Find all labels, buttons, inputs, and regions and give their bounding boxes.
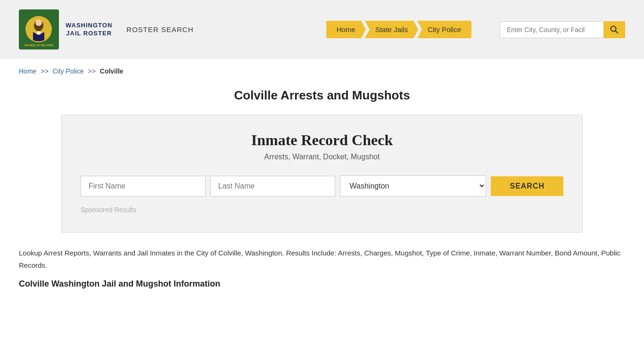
page-title: Colville Arrests and Mugshots [19, 88, 625, 103]
header-search-input[interactable] [500, 21, 603, 38]
nav-state-jails-button[interactable]: State Jails [365, 21, 418, 38]
svg-point-4 [35, 19, 42, 26]
svg-text:THE SEAL OF THE STATE: THE SEAL OF THE STATE [24, 44, 53, 47]
description-area: Lookup Arrest Reports, Warrants and Jail… [19, 247, 625, 291]
logo-image: THE SEAL OF THE STATE [19, 9, 59, 49]
breadcrumb-sep2: >> [88, 67, 96, 75]
nav-area: Home State Jails City Police [326, 21, 471, 38]
svg-line-8 [615, 31, 618, 33]
breadcrumb-city-police-link[interactable]: City Police [53, 67, 84, 75]
logo-text: WASHINGTON JAIL ROSTER [66, 22, 112, 38]
record-check-title: Inmate Record Check [81, 132, 563, 149]
last-name-input[interactable] [210, 176, 335, 197]
record-search-button[interactable]: SEARCH [491, 176, 563, 196]
section-heading: Colville Washington Jail and Mugshot Inf… [19, 277, 625, 291]
nav-city-police-button[interactable]: City Police [417, 21, 471, 38]
sponsored-label: Sponsored Results [81, 206, 563, 214]
site-header: THE SEAL OF THE STATE WASHINGTON JAIL RO… [0, 0, 644, 59]
record-check-subtitle: Arrests, Warrant, Docket, Mugshot [81, 153, 563, 161]
header-search-button[interactable] [603, 21, 625, 38]
breadcrumb: Home >> City Police >> Colville [0, 59, 644, 83]
breadcrumb-current: Colville [100, 67, 124, 75]
record-check-form: Washington Alabama Alaska Arizona Califo… [81, 175, 563, 197]
breadcrumb-home-link[interactable]: Home [19, 67, 36, 75]
record-check-box: Inmate Record Check Arrests, Warrant, Do… [61, 115, 583, 233]
header-search-area [500, 21, 625, 38]
breadcrumb-sep1: >> [41, 67, 48, 75]
first-name-input[interactable] [81, 176, 206, 197]
logo-link[interactable]: THE SEAL OF THE STATE WASHINGTON JAIL RO… [19, 9, 112, 49]
search-icon [610, 25, 619, 34]
roster-search-label: ROSTER SEARCH [126, 25, 193, 33]
state-select[interactable]: Washington Alabama Alaska Arizona Califo… [340, 175, 487, 197]
nav-home-button[interactable]: Home [326, 21, 366, 38]
svg-point-5 [36, 31, 41, 35]
description-paragraph1: Lookup Arrest Reports, Warrants and Jail… [19, 247, 625, 271]
